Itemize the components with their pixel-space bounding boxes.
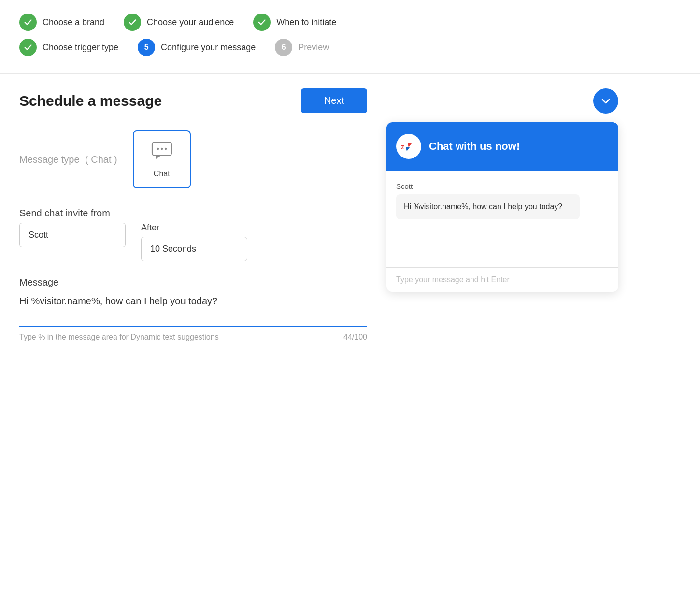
step-choose-audience: Choose your audience <box>124 14 234 31</box>
steps-row-2: Choose trigger type 5 Configure your mes… <box>19 39 681 56</box>
message-type-label: Message type ( Chat ) <box>19 154 117 165</box>
step-label-choose-brand: Choose a brand <box>43 17 104 28</box>
svg-point-7 <box>165 147 167 149</box>
message-type-hint: ( Chat ) <box>85 154 117 165</box>
message-section: Message Hi %visitor.name%, how can I hel… <box>19 277 367 307</box>
step-label-when-to-initiate: When to initiate <box>276 17 336 28</box>
message-label: Message <box>19 277 367 288</box>
svg-point-1 <box>127 17 138 28</box>
brand-avatar: Z <box>396 134 421 159</box>
left-panel: Schedule a message Next Message type ( C… <box>19 88 367 342</box>
invite-row: After <box>19 223 367 261</box>
step-icon-preview: 6 <box>275 39 292 56</box>
step-icon-choose-brand <box>19 14 37 31</box>
svg-point-0 <box>23 17 33 28</box>
invite-label: Send chat invite from <box>19 208 367 219</box>
svg-point-6 <box>161 147 163 149</box>
right-panel: Z Chat with us now! Scott Hi %visitor.na… <box>386 88 618 342</box>
chat-input-area: Type your message and hit Enter <box>386 267 618 292</box>
sender-field-group <box>19 223 126 247</box>
steps-header: Choose a brand Choose your audience When… <box>0 0 700 74</box>
delay-field-group: After <box>141 223 247 261</box>
step-label-choose-trigger: Choose trigger type <box>43 43 118 53</box>
page-header: Schedule a message Next <box>19 88 367 113</box>
chat-body: Scott Hi %visitor.name%, how can I help … <box>386 171 618 267</box>
chat-preview: Z Chat with us now! Scott Hi %visitor.na… <box>386 122 618 292</box>
delay-input[interactable] <box>141 237 247 261</box>
message-text: Hi %visitor.name%, how can I help you to… <box>19 296 367 307</box>
step-label-configure-message: Configure your message <box>161 43 256 53</box>
message-type-section: Message type ( Chat ) Chat <box>19 130 367 188</box>
step-preview: 6 Preview <box>275 39 329 56</box>
step-choose-brand: Choose a brand <box>19 14 104 31</box>
chat-sender-name: Scott <box>396 182 609 190</box>
chat-type-card[interactable]: Chat <box>133 130 191 188</box>
step-icon-choose-trigger <box>19 39 37 56</box>
svg-point-5 <box>157 147 159 149</box>
chat-preview-header: Z Chat with us now! <box>386 122 618 171</box>
main-content: Schedule a message Next Message type ( C… <box>0 74 700 356</box>
sender-input[interactable] <box>19 223 126 247</box>
svg-point-2 <box>257 17 267 28</box>
step-icon-when-to-initiate <box>253 14 271 31</box>
message-hint: Type % in the message area for Dynamic t… <box>19 333 219 342</box>
step-configure-message: 5 Configure your message <box>138 39 256 56</box>
step-label-choose-audience: Choose your audience <box>147 17 234 28</box>
svg-marker-8 <box>156 156 161 159</box>
chat-input-placeholder: Type your message and hit Enter <box>396 275 510 284</box>
char-count: 44/100 <box>343 333 367 342</box>
chat-card-label: Chat <box>154 170 170 178</box>
after-label: After <box>141 223 247 233</box>
svg-text:Z: Z <box>401 144 404 150</box>
step-label-preview: Preview <box>298 43 329 53</box>
chat-bubble-icon <box>151 141 172 164</box>
chat-bubble: Hi %visitor.name%, how can I help you to… <box>396 194 580 219</box>
message-hint-row: Type % in the message area for Dynamic t… <box>19 333 367 342</box>
message-divider <box>19 326 367 327</box>
next-button[interactable]: Next <box>301 88 367 113</box>
invite-section: Send chat invite from After <box>19 208 367 261</box>
chat-header-title: Chat with us now! <box>429 140 520 153</box>
step-icon-choose-audience <box>124 14 141 31</box>
step-choose-trigger: Choose trigger type <box>19 39 118 56</box>
page-title: Schedule a message <box>19 93 162 109</box>
svg-point-3 <box>23 42 33 53</box>
step-icon-configure-message: 5 <box>138 39 155 56</box>
collapse-button[interactable] <box>593 88 618 114</box>
step-when-to-initiate: When to initiate <box>253 14 336 31</box>
steps-row-1: Choose a brand Choose your audience When… <box>19 14 681 31</box>
